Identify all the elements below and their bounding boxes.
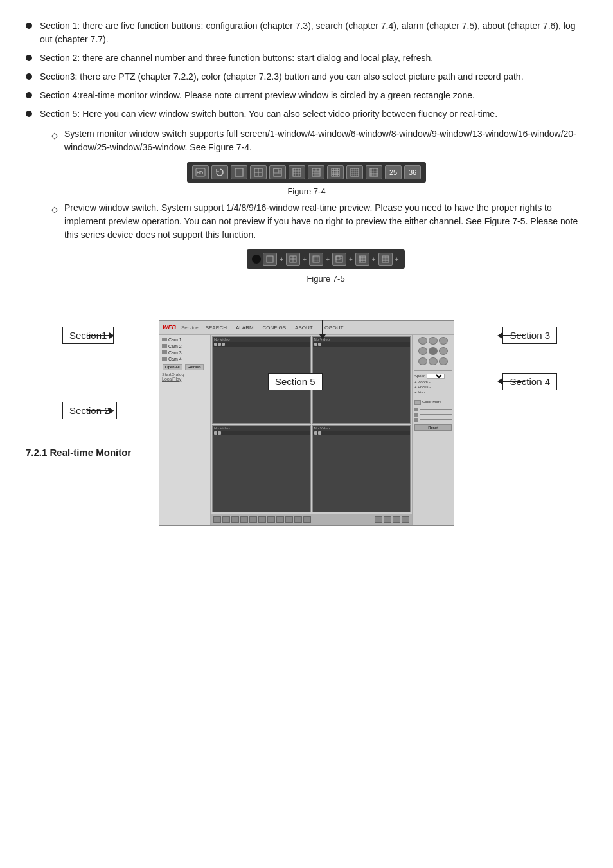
- refresh-button[interactable]: Refresh: [185, 364, 204, 370]
- web-nav-search[interactable]: SEARCH: [204, 325, 229, 330]
- open-all-button[interactable]: Open All: [163, 364, 182, 370]
- color-bar-2: [420, 414, 452, 415]
- bullet-dot-2: [26, 55, 32, 61]
- figure-7-5-container: + + + + +: [64, 249, 587, 285]
- toolbar-btn-16win[interactable]: [327, 165, 344, 179]
- toolbar-btn-13win[interactable]: [308, 165, 324, 179]
- ptz-btn-up-right[interactable]: [439, 337, 448, 345]
- toolbar-btn2-16win[interactable]: [355, 253, 369, 266]
- toolbar-btn2-8win[interactable]: [332, 253, 346, 266]
- toolbar-btn-hd[interactable]: HD: [192, 165, 209, 179]
- ptz-btn-left[interactable]: [418, 347, 427, 355]
- svg-text:HD: HD: [197, 170, 203, 175]
- toolbar-btn-4win[interactable]: [250, 165, 267, 179]
- bottom-right-btns: [375, 516, 409, 523]
- svg-rect-7: [274, 168, 278, 173]
- zoom-plus-icon: +: [414, 380, 417, 384]
- rp-separator-2: [414, 397, 452, 397]
- zoom-label: Zoom: [418, 380, 428, 384]
- web-interface-mockup: WEB Service SEARCH ALARM CONFIGS ABOUT L…: [159, 320, 454, 526]
- bottom-rbtn-4[interactable]: [402, 516, 409, 523]
- toolbar-btn2-9win[interactable]: [309, 253, 323, 266]
- bottom-btn-4[interactable]: [240, 516, 248, 523]
- web-nav-configs[interactable]: CONFIGS: [261, 325, 288, 330]
- web-nav-alarm[interactable]: ALARM: [234, 325, 256, 330]
- toolbar-btn-36num[interactable]: 36: [404, 165, 421, 179]
- ptz-btn-down-left[interactable]: [418, 357, 427, 365]
- toolbar-btn2-dot[interactable]: [252, 255, 261, 264]
- toolbar-btn-6win[interactable]: [269, 165, 286, 179]
- color-icon-3: [414, 418, 418, 422]
- video-body-4: [313, 435, 411, 512]
- local-play-link[interactable]: LocalPlay: [162, 377, 208, 381]
- plus-sep-6: +: [395, 255, 400, 264]
- start-dialog-link[interactable]: StartDialog: [162, 372, 208, 377]
- bottom-btn-10[interactable]: [294, 516, 302, 523]
- ptz-btn-up[interactable]: [429, 337, 438, 345]
- toolbar-btn-25win[interactable]: [366, 165, 382, 179]
- toolbar-btn-25num[interactable]: 25: [385, 165, 402, 179]
- bottom-rbtn-1[interactable]: [375, 516, 382, 523]
- svg-rect-6: [274, 168, 281, 176]
- video-cell-3-label: No Video: [213, 426, 310, 431]
- vbar-icon-1: [214, 343, 217, 346]
- zoom-minus-icon: -: [429, 380, 431, 384]
- cam2-label: Cam 2: [168, 344, 182, 348]
- video-cell-3-bar: [213, 431, 310, 435]
- vbar-icon-4: [314, 343, 317, 346]
- toolbar-btn-9win[interactable]: [289, 165, 305, 179]
- color-slider-3: [414, 418, 452, 422]
- vbar-icon-3: [222, 343, 225, 346]
- web-logo: WEB: [163, 324, 176, 330]
- toolbar-btn2-1win[interactable]: [263, 253, 277, 266]
- bottom-btn-5[interactable]: [249, 516, 257, 523]
- web-nav-about[interactable]: ABOUT: [293, 325, 315, 330]
- diamond-icon-2: ◇: [51, 203, 58, 216]
- bullet-item-3: Section3: there are PTZ (chapter 7.2.2),…: [26, 70, 587, 84]
- bottom-btn-1[interactable]: [213, 516, 221, 523]
- bottom-btn-8[interactable]: [276, 516, 284, 523]
- toolbar-btn-refresh[interactable]: [211, 165, 228, 179]
- web-sidebar: Cam 1 Cam 2 Cam 3 Cam 4 O: [159, 335, 211, 525]
- diamond-icon-1: ◇: [51, 129, 58, 142]
- bullet-dot-3: [26, 73, 32, 80]
- section5-arrow-container: [319, 320, 326, 339]
- more-label: More: [432, 400, 441, 405]
- color-slider-1: [414, 408, 452, 411]
- sidebar-btn-row: Open All Refresh: [162, 363, 208, 371]
- toolbar-btn2-grid[interactable]: [378, 253, 393, 266]
- ptz-btn-center[interactable]: [429, 347, 438, 355]
- main-bullet-list: Section 1: there are five function butto…: [26, 19, 587, 121]
- color-icon-1: [414, 408, 418, 411]
- speed-select[interactable]: [427, 374, 445, 379]
- vbar-icon-7: [218, 431, 221, 435]
- svg-rect-21: [332, 168, 339, 176]
- bottom-btn-6[interactable]: [258, 516, 266, 523]
- bottom-btn-9[interactable]: [285, 516, 293, 523]
- bottom-rbtn-3[interactable]: [393, 516, 400, 523]
- video-cell-2-label: No Video: [313, 337, 411, 342]
- bottom-rbtn-2[interactable]: [384, 516, 391, 523]
- video-body-3: [213, 435, 310, 512]
- bottom-btn-2[interactable]: [222, 516, 230, 523]
- ptz-top-row: [414, 337, 452, 345]
- ptz-btn-down[interactable]: [429, 357, 438, 365]
- toolbar-btn-20win[interactable]: [346, 165, 363, 179]
- ptz-zoom-row: + Zoom -: [414, 380, 452, 384]
- video-body-2: [313, 347, 411, 423]
- arrow-section4: [497, 378, 525, 384]
- color-controls: Color More: [414, 400, 452, 405]
- reset-button[interactable]: Reset: [414, 424, 452, 431]
- web-service-label: Service: [181, 325, 199, 330]
- sidebar-cam3: Cam 3: [162, 350, 208, 355]
- ptz-btn-up-left[interactable]: [418, 337, 427, 345]
- plus-sep-2: +: [302, 255, 307, 264]
- ptz-btn-down-right[interactable]: [439, 357, 448, 365]
- bottom-btn-7[interactable]: [267, 516, 275, 523]
- bottom-btn-11[interactable]: [303, 516, 311, 523]
- toolbar-btn-1win[interactable]: [231, 165, 247, 179]
- toolbar-btn2-4win[interactable]: [286, 253, 300, 266]
- video-cell-3: No Video: [212, 425, 311, 512]
- ptz-btn-right[interactable]: [439, 347, 448, 355]
- bottom-btn-3[interactable]: [231, 516, 239, 523]
